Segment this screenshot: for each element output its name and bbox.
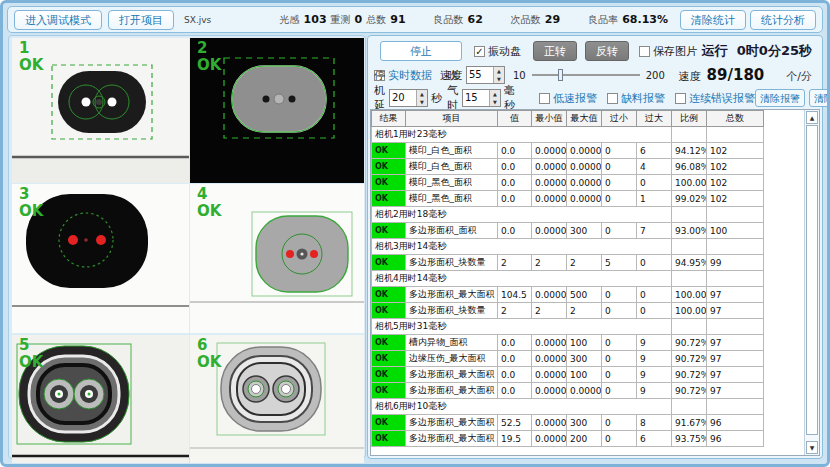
speed-slider[interactable] [532, 68, 640, 82]
value-cell: 90.72% [672, 383, 707, 399]
result-status-cell: OK [372, 367, 406, 383]
spinner-arrows-icon[interactable]: ▲▼ [416, 90, 427, 106]
value-cell: 94.12% [672, 143, 707, 159]
table-row[interactable]: OK多边形面积_面积0.00.00003000793.00%100 [372, 223, 764, 239]
camera-4-view[interactable]: 4OK [190, 184, 364, 333]
retest-value: 0 [355, 13, 363, 26]
table-row[interactable]: OK模印_黑色_面积0.00.00000.000000100.00%102 [372, 175, 764, 191]
value-cell: 模印_黑色_面积 [406, 175, 498, 191]
value-cell: 0.0000 [567, 143, 602, 159]
checkbox-icon [539, 93, 550, 104]
value-cell: 100 [707, 223, 764, 239]
spinner-arrows-icon[interactable]: ▲▼ [489, 90, 500, 106]
table-row[interactable]: OK多边形面积_块数量22200100.00%97 [372, 303, 764, 319]
blow-time-spinner[interactable]: 15 ▲▼ [462, 89, 501, 107]
value-cell: 300 [567, 223, 602, 239]
camera-3-view[interactable]: 3OK [12, 184, 189, 333]
camera-group-row[interactable]: 相机6用时10毫秒 [372, 399, 764, 415]
camera-6-view[interactable]: 6OK [190, 335, 364, 463]
material-alarm-checkbox[interactable]: 缺料报警 [607, 91, 665, 106]
value-cell: 0 [602, 351, 637, 367]
table-row[interactable]: OK多边形面积_最大面积0.00.00000.00000990.72%97 [372, 383, 764, 399]
stop-delay-unit: 秒 [431, 91, 442, 106]
forward-button[interactable]: 正转 [533, 41, 577, 61]
table-row[interactable]: OK多边形面积_最大面积52.50.00003000891.67%96 [372, 415, 764, 431]
column-header[interactable]: 结果 [372, 111, 406, 127]
table-row[interactable]: OK多边形面积_块数量2225094.95%99 [372, 255, 764, 271]
vibrator-checkbox[interactable]: 振动盘 [474, 44, 521, 59]
table-row[interactable]: OK模印_黑色_面积0.00.00000.00000199.02%102 [372, 191, 764, 207]
value-cell: 0.0000 [532, 143, 567, 159]
reverse-button[interactable]: 反转 [585, 41, 629, 61]
value-cell: 边缘压伤_最大面积 [406, 351, 498, 367]
column-header[interactable]: 过小 [602, 111, 637, 127]
slider-thumb[interactable] [558, 69, 563, 81]
table-row[interactable]: OK槽内异物_面积0.00.00001000990.72%97 [372, 335, 764, 351]
value-cell: 2 [498, 255, 532, 271]
value-cell: 102 [707, 175, 764, 191]
camera-group-row[interactable]: 相机4用时14毫秒 [372, 271, 764, 287]
results-table-body: 相机1用时23毫秒OK模印_白色_面积0.00.00000.00000694.1… [372, 127, 764, 447]
empty-cell [707, 239, 764, 255]
value-cell: 多边形面积_最大面积 [406, 367, 498, 383]
camera-group-row[interactable]: 相机1用时23毫秒 [372, 127, 764, 143]
low-speed-alarm-checkbox[interactable]: 低速报警 [539, 91, 597, 106]
open-project-button[interactable]: 打开项目 [108, 10, 174, 30]
results-table-container: 结果项目值最小值最大值过小过大比例总数 相机1用时23毫秒OK模印_白色_面积0… [370, 109, 820, 456]
result-status-cell: OK [372, 223, 406, 239]
camera-group-row[interactable]: 相机3用时14毫秒 [372, 239, 764, 255]
value-cell: 0 [602, 175, 637, 191]
table-row[interactable]: OK多边形面积_最大面积0.00.00001000990.72%97 [372, 367, 764, 383]
scroll-down-icon[interactable]: ▼ [806, 441, 818, 454]
speed-rate-unit: 个/分 [786, 69, 812, 84]
column-header[interactable]: 比例 [672, 111, 707, 127]
camera-6-status: OK [197, 353, 221, 371]
error-alarm-checkbox[interactable]: 连续错误报警 [675, 91, 755, 106]
value-cell: 9 [637, 383, 672, 399]
value-cell: 100 [567, 367, 602, 383]
table-row[interactable]: OK模印_白色_面积0.00.00000.00000496.08%102 [372, 159, 764, 175]
camera-group-row[interactable]: 相机5用时31毫秒 [372, 319, 764, 335]
scrollbar-thumb[interactable] [806, 125, 818, 435]
value-cell: 多边形面积_最大面积 [406, 287, 498, 303]
table-scrollbar[interactable]: ▲ ▼ [804, 110, 819, 455]
stop-delay-spinner[interactable]: 20 ▲▼ [389, 89, 428, 107]
value-cell: 9 [637, 335, 672, 351]
debug-mode-button[interactable]: 进入调试模式 [14, 10, 102, 30]
camera-3-label: 3OK [19, 186, 43, 220]
value-cell: 0 [637, 255, 672, 271]
value-cell: 6 [637, 431, 672, 447]
camera-5-status: OK [19, 353, 43, 371]
spinner-arrows-icon[interactable]: ▲▼ [493, 67, 504, 83]
value-cell: 0 [602, 335, 637, 351]
value-cell: 0 [602, 159, 637, 175]
camera-5-view[interactable]: 5OK [12, 335, 189, 463]
speed-spinner[interactable]: 55 ▲▼ [466, 66, 505, 84]
table-row[interactable]: OK边缘压伤_最大面积0.00.00003000990.72%97 [372, 351, 764, 367]
column-header[interactable]: 最小值 [532, 111, 567, 127]
clear-alarm-button[interactable]: 清除报警 [755, 89, 805, 107]
clear-log-button[interactable]: 清除日志 [809, 89, 830, 107]
good-count-value: 62 [468, 13, 483, 26]
table-row[interactable]: OK模印_白色_面积0.00.00000.00000694.12%102 [372, 143, 764, 159]
value-cell: 1 [637, 191, 672, 207]
scroll-up-icon[interactable]: ▲ [806, 111, 818, 124]
table-row[interactable]: OK多边形面积_最大面积19.50.00002000693.75%96 [372, 431, 764, 447]
table-row[interactable]: OK多边形面积_最大面积104.50.000050000100.00%97 [372, 287, 764, 303]
stats-analysis-button[interactable]: 统计分析 [750, 10, 816, 30]
value-cell: 0.0 [498, 159, 532, 175]
clear-stats-button[interactable]: 清除统计 [680, 10, 746, 30]
value-cell: 19.5 [498, 431, 532, 447]
save-image-checkbox[interactable]: 保存图片 [639, 44, 697, 59]
checkbox-icon [607, 93, 618, 104]
column-header[interactable]: 过大 [637, 111, 672, 127]
column-header[interactable]: 最大值 [567, 111, 602, 127]
project-name: SX.jvs [184, 15, 211, 25]
column-header[interactable]: 值 [498, 111, 532, 127]
stop-button[interactable]: 停止 [380, 41, 462, 61]
column-header[interactable]: 项目 [406, 111, 498, 127]
column-header[interactable]: 总数 [707, 111, 764, 127]
camera-group-row[interactable]: 相机2用时18毫秒 [372, 207, 764, 223]
camera-2-view[interactable]: 2OK [190, 38, 364, 183]
camera-1-view[interactable]: 1OK [12, 38, 189, 183]
